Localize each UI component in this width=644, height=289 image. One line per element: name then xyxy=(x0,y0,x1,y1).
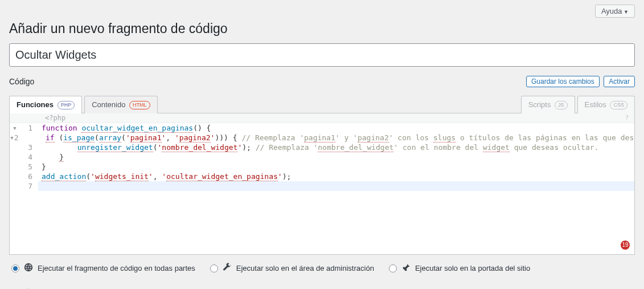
code-punc: } xyxy=(59,153,64,162)
code-punc: () { xyxy=(193,124,211,132)
code-punc: } xyxy=(42,162,46,171)
page-title: Añadir un nuevo fragmento de código xyxy=(9,21,635,36)
code-cmt: nombre_del_widget xyxy=(318,143,393,152)
code-fn: unregister_widget xyxy=(77,143,153,152)
tab-scripts-label: Scripts xyxy=(528,100,551,109)
code-cmt: pagina2 xyxy=(358,133,389,143)
scope-radio-front[interactable] xyxy=(389,264,397,272)
js-badge: JS xyxy=(555,101,568,109)
code-section-label: Código xyxy=(9,77,34,86)
save-button[interactable]: Guardar los cambios xyxy=(526,76,600,87)
editor-help-icon[interactable]: ? xyxy=(625,114,629,121)
scope-radio-everywhere[interactable] xyxy=(11,264,19,272)
scope-options: Ejecutar el fragmento de código en todas… xyxy=(9,255,635,289)
tab-scripts[interactable]: Scripts JS xyxy=(521,96,575,113)
scope-label-everywhere: Ejecutar el fragmento de código en todas… xyxy=(38,264,195,272)
code-cmt: widget xyxy=(483,143,510,152)
code-cmt: slugs xyxy=(433,133,456,143)
scope-label-front: Ejecutar solo en la portada del sitio xyxy=(415,264,530,272)
code-cmt: ' con el nombre del xyxy=(393,143,483,152)
code-str: ocultar_widget_en_paginas xyxy=(166,172,278,181)
tab-functions[interactable]: Funciones PHP xyxy=(9,96,82,113)
globe-icon xyxy=(24,263,33,274)
php-open-tag: <?php xyxy=(45,114,65,122)
code-punc: ); xyxy=(282,172,292,181)
error-count-badge[interactable]: 19 xyxy=(621,241,630,250)
tab-styles[interactable]: Estilos CSS xyxy=(577,96,635,113)
code-kw: function xyxy=(42,124,77,132)
css-badge: CSS xyxy=(610,101,627,109)
scope-label-admin: Ejecutar solo en el área de administraci… xyxy=(236,264,374,272)
code-cmt: ' con los xyxy=(389,133,433,142)
tab-content[interactable]: Contenido HTML xyxy=(84,96,157,113)
code-cmt: // Reemplaza ' xyxy=(241,133,304,142)
php-badge: PHP xyxy=(58,101,75,109)
code-str: pagina2 xyxy=(179,133,211,143)
tab-styles-label: Estilos xyxy=(585,100,606,109)
code-fn: array xyxy=(99,133,121,143)
code-fn: add_action xyxy=(42,172,86,181)
code-cmt: que deseas ocultar. xyxy=(510,143,599,152)
code-fn: is_page xyxy=(63,133,95,143)
scope-radio-admin[interactable] xyxy=(210,264,218,272)
tab-functions-label: Funciones xyxy=(17,100,54,109)
code-cmt: ' y ' xyxy=(335,133,358,142)
code-punc: ))) { xyxy=(215,133,241,142)
tab-content-label: Contenido xyxy=(92,100,125,109)
pin-icon xyxy=(401,263,411,274)
code-str: pagina1 xyxy=(130,133,162,143)
code-cmt: // Reemplaza ' xyxy=(256,143,318,152)
code-cmt: o títulos de las páginas en las que dese… xyxy=(456,133,634,142)
snippet-title-input[interactable] xyxy=(9,43,635,67)
code-editor[interactable]: <?php ? ▾1function ocultar_widget_en_pag… xyxy=(9,113,635,255)
code-str: widgets_init xyxy=(95,172,149,181)
code-kw: if xyxy=(46,133,55,143)
html-badge: HTML xyxy=(129,101,150,109)
code-punc: ); xyxy=(242,143,255,152)
activate-button[interactable]: Activar xyxy=(604,76,635,87)
wrench-icon xyxy=(223,263,232,274)
help-dropdown[interactable]: Ayuda xyxy=(595,5,635,18)
code-str: nombre_del_widget xyxy=(162,143,237,152)
code-cmt: pagina1 xyxy=(304,133,335,143)
code-fn: ocultar_widget_en_paginas xyxy=(81,124,193,133)
